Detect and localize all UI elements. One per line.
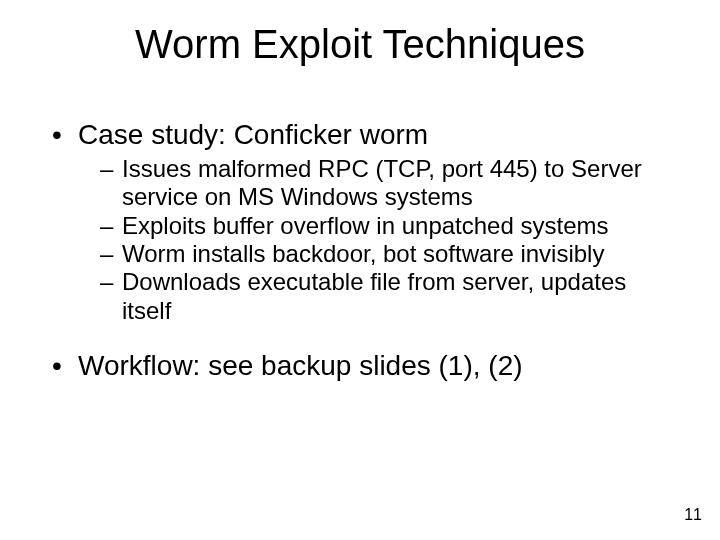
sub-bullet-text: Downloads executable file from server, u… bbox=[122, 268, 626, 323]
bullet-text: Case study: Conficker worm bbox=[78, 119, 428, 150]
sub-bullet-item: Downloads executable file from server, u… bbox=[78, 268, 680, 325]
sub-bullet-item: Worm installs backdoor, bot software inv… bbox=[78, 240, 680, 268]
sub-bullet-item: Exploits buffer overflow in unpatched sy… bbox=[78, 212, 680, 240]
page-number: 11 bbox=[684, 506, 702, 524]
bullet-list: Workflow: see backup slides (1), (2) bbox=[50, 349, 680, 382]
slide-body: Case study: Conficker worm Issues malfor… bbox=[50, 118, 680, 392]
slide: Worm Exploit Techniques Case study: Conf… bbox=[0, 0, 720, 540]
sub-bullet-list: Issues malformed RPC (TCP, port 445) to … bbox=[78, 155, 680, 325]
bullet-item: Workflow: see backup slides (1), (2) bbox=[50, 349, 680, 382]
sub-bullet-text: Worm installs backdoor, bot software inv… bbox=[122, 240, 604, 267]
sub-bullet-item: Issues malformed RPC (TCP, port 445) to … bbox=[78, 155, 680, 212]
bullet-item: Case study: Conficker worm Issues malfor… bbox=[50, 118, 680, 325]
spacer bbox=[50, 335, 680, 349]
sub-bullet-text: Exploits buffer overflow in unpatched sy… bbox=[122, 212, 608, 239]
sub-bullet-text: Issues malformed RPC (TCP, port 445) to … bbox=[122, 155, 642, 210]
slide-title: Worm Exploit Techniques bbox=[0, 22, 720, 67]
bullet-text: Workflow: see backup slides (1), (2) bbox=[78, 350, 523, 381]
bullet-list: Case study: Conficker worm Issues malfor… bbox=[50, 118, 680, 325]
